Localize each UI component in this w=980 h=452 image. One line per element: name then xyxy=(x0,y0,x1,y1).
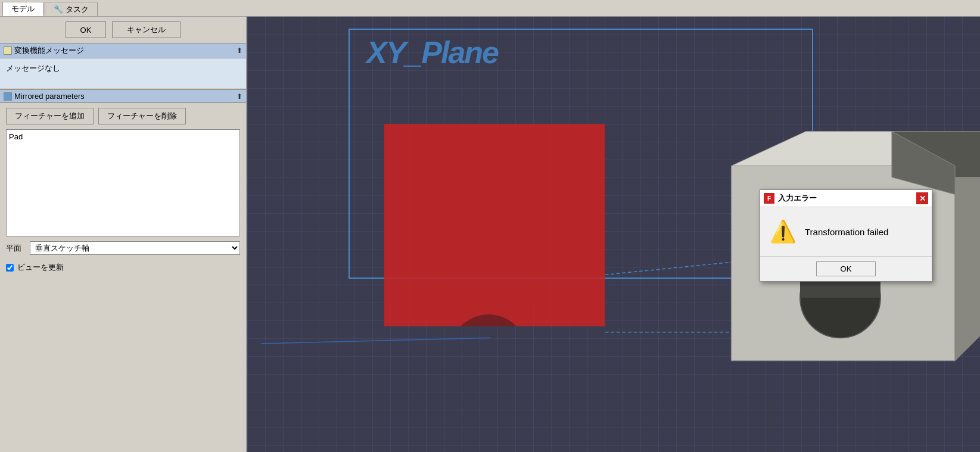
task-tab-icon: 🔧 xyxy=(54,5,63,14)
mirrored-section-header: Mirrored parameters ⬆ xyxy=(0,89,246,103)
dialog-title-icon: F xyxy=(764,193,774,204)
warning-icon: ⚠️ xyxy=(770,219,797,244)
message-section-body: メッセージなし xyxy=(0,58,246,88)
dialog-titlebar: F 入力エラー ✕ xyxy=(760,190,932,207)
mirrored-section-collapse[interactable]: ⬆ xyxy=(237,92,242,101)
ok-button[interactable]: OK xyxy=(66,21,107,38)
add-feature-button[interactable]: フィーチャーを追加 xyxy=(6,108,94,124)
update-view-checkbox[interactable] xyxy=(6,264,14,272)
cancel-button[interactable]: キャンセル xyxy=(112,21,181,38)
dialog-title-text: 入力エラー xyxy=(778,193,913,204)
plane-select[interactable]: 垂直スケッチ軸 xyxy=(30,241,240,255)
red-shape xyxy=(384,124,605,326)
mirrored-section-body: フィーチャーを追加 フィーチャーを削除 Pad 平面 垂直スケッチ軸 ビューを更… xyxy=(0,103,246,452)
error-dialog: F 入力エラー ✕ ⚠️ Transformation failed OK xyxy=(760,189,932,282)
svg-text:F: F xyxy=(767,195,771,202)
main-layout: OK キャンセル 変換機能メッセージ ⬆ メッセージなし Mirrored pa… xyxy=(0,17,980,452)
left-panel: OK キャンセル 変換機能メッセージ ⬆ メッセージなし Mirrored pa… xyxy=(0,17,247,452)
top-tabs: モデル 🔧 タスク xyxy=(0,0,980,17)
update-view-row: ビューを更新 xyxy=(0,260,246,275)
list-item: Pad xyxy=(9,132,237,141)
tab-task[interactable]: 🔧 タスク xyxy=(45,2,98,16)
xy-plane-label: XY_Plane xyxy=(366,35,498,70)
dialog-message: Transformation failed xyxy=(805,227,888,237)
mirrored-button-row: フィーチャーを追加 フィーチャーを削除 xyxy=(0,103,246,129)
dialog-body: ⚠️ Transformation failed xyxy=(760,207,932,256)
message-section-title: 変換機能メッセージ xyxy=(14,45,84,56)
dialog-close-button[interactable]: ✕ xyxy=(916,192,928,204)
viewport: XY_Plane xyxy=(247,17,980,452)
tab-model[interactable]: モデル xyxy=(2,2,43,16)
message-section-header: 変換機能メッセージ ⬆ xyxy=(0,43,246,58)
plane-label: 平面 xyxy=(6,243,24,254)
remove-feature-button[interactable]: フィーチャーを削除 xyxy=(98,108,186,124)
mirrored-section-title: Mirrored parameters xyxy=(14,92,85,101)
message-section-collapse[interactable]: ⬆ xyxy=(237,46,242,55)
dialog-ok-button[interactable]: OK xyxy=(816,261,876,276)
plane-row: 平面 垂直スケッチ軸 xyxy=(0,236,246,260)
tab-task-label: タスク xyxy=(66,4,89,15)
mirrored-section-icon xyxy=(4,92,12,101)
update-view-label: ビューを更新 xyxy=(17,262,64,273)
dialog-footer: OK xyxy=(760,256,932,281)
message-text: メッセージなし xyxy=(6,64,60,73)
top-button-row: OK キャンセル xyxy=(0,17,246,43)
message-section-icon xyxy=(4,46,12,55)
feature-list: Pad xyxy=(6,129,240,236)
